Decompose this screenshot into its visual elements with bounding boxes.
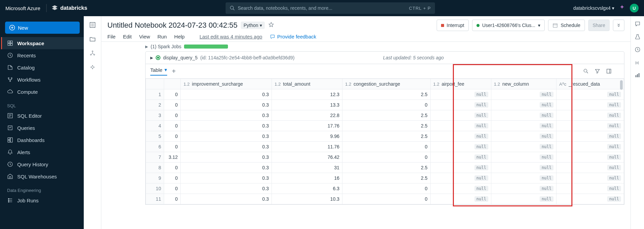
table-row[interactable]: 300.322.82.5nullnullnull: [146, 110, 624, 121]
sidebar-item-label: SQL Warehouses: [17, 174, 57, 179]
sidebar-item-workspace[interactable]: Workspace: [1, 37, 84, 49]
sidebar-item-sql-editor[interactable]: SQL Editor: [1, 110, 84, 122]
last-edit-info[interactable]: Last edit was 4 minutes ago: [200, 34, 262, 39]
expand-button[interactable]: [613, 20, 624, 31]
svg-point-18: [8, 200, 9, 201]
table-row[interactable]: 600.311.760nullnullnull: [146, 142, 624, 152]
column-header[interactable]: [164, 79, 180, 89]
chart-icon[interactable]: [635, 72, 641, 78]
status-running-icon: [156, 55, 160, 60]
sidebar-item-recents[interactable]: Recents: [1, 49, 84, 61]
sidebar-item-sql-warehouses[interactable]: SQL Warehouses: [1, 170, 84, 182]
column-header[interactable]: Aᴮc _rescued_data: [556, 79, 624, 89]
last-updated: Last updated: 5 seconds ago: [383, 55, 444, 60]
sidebar-item-query-history[interactable]: Query History: [1, 158, 84, 170]
share-button[interactable]: Share: [588, 20, 610, 31]
catalog-icon: [7, 64, 13, 70]
editor-icon: [7, 113, 13, 119]
search-placeholder: Search data, notebooks, recents, and mor…: [238, 5, 409, 11]
folder-icon[interactable]: [89, 36, 96, 42]
table-row[interactable]: 1100.310.30nullnullnull: [146, 194, 624, 204]
sidebar-item-compute[interactable]: Compute: [1, 86, 84, 98]
column-header[interactable]: 1.2 airport_fee: [430, 79, 491, 89]
workspace-icon: [7, 40, 13, 46]
svg-line-1: [233, 9, 234, 10]
column-header[interactable]: 1.2 new_column: [491, 79, 556, 89]
cloud-icon: [7, 89, 13, 95]
table-row[interactable]: 800.3312.5nullnullnull: [146, 163, 624, 173]
search-shortcut: CTRL + P: [409, 6, 431, 11]
svg-point-24: [92, 51, 93, 52]
search-icon[interactable]: [583, 68, 589, 74]
sidebar-item-label: Alerts: [17, 149, 30, 155]
feedback-link[interactable]: Provide feedback: [270, 34, 316, 39]
cluster-selector[interactable]: User1-42608766's Clus... ▾: [472, 20, 545, 31]
toc-icon[interactable]: [89, 22, 96, 28]
tab-table[interactable]: Table ▾: [150, 67, 167, 76]
table-tabs: Table ▾ +: [146, 64, 624, 79]
clock-icon: [7, 52, 13, 58]
svg-line-30: [587, 72, 588, 73]
comment-icon: [270, 34, 275, 39]
table-row[interactable]: 1000.36.30nullnullnull: [146, 183, 624, 194]
filter-icon[interactable]: [594, 68, 600, 74]
sidebar-item-dashboards[interactable]: Dashboards: [1, 134, 84, 146]
section-sql: SQL: [1, 98, 84, 110]
plus-circle-icon: [9, 25, 15, 31]
menu-help[interactable]: Help: [174, 34, 185, 39]
beaker-icon[interactable]: [635, 34, 641, 40]
menu-file[interactable]: File: [107, 34, 115, 39]
query-name: display_query_5: [163, 55, 198, 60]
table-row[interactable]: 100.312.32.5nullnullnull: [146, 89, 624, 100]
table-row[interactable]: 73.120.376.420nullnullnull: [146, 152, 624, 163]
table-row[interactable]: 500.39.962.5nullnullnull: [146, 131, 624, 142]
schedule-button[interactable]: Schedule: [548, 20, 585, 31]
history-icon[interactable]: [635, 47, 641, 53]
assistant-icon[interactable]: [619, 4, 625, 12]
table-row[interactable]: 200.313.30nullnullnull: [146, 100, 624, 110]
table-scrollbar[interactable]: [620, 80, 623, 90]
panel-icon[interactable]: [606, 68, 612, 74]
workflows-icon: [7, 77, 13, 83]
favorite-star[interactable]: [268, 22, 274, 29]
user-avatar[interactable]: U: [630, 4, 639, 12]
sidebar-item-queries[interactable]: Queries: [1, 122, 84, 134]
svg-rect-15: [8, 140, 10, 142]
svg-rect-5: [8, 44, 10, 46]
spark-jobs-row[interactable]: ▶ (1) Spark Jobs: [145, 42, 624, 51]
notebook-header: Untitled Notebook 2024-07-23 00:42:55 Py…: [101, 16, 630, 42]
sidebar-item-label: Catalog: [17, 65, 35, 70]
interrupt-button[interactable]: Interrupt: [437, 20, 469, 31]
sidebar-item-workflows[interactable]: Workflows: [1, 74, 84, 86]
azure-brand: Microsoft Azure: [5, 5, 40, 11]
sidebar-item-alerts[interactable]: Alerts: [1, 146, 84, 158]
sidebar-item-job-runs[interactable]: Job Runs: [1, 194, 84, 206]
language-selector[interactable]: Python ▾: [241, 22, 265, 29]
notebook-menu-row: FileEditViewRunHelp Last edit was 4 minu…: [107, 31, 624, 39]
comment-icon[interactable]: [635, 21, 641, 27]
table-row[interactable]: 900.3162.5nullnullnull: [146, 173, 624, 183]
column-header[interactable]: 1.2 improvement_surcharge: [181, 79, 272, 89]
sparkle-icon[interactable]: [89, 64, 96, 71]
databricks-logo[interactable]: databricks: [51, 5, 87, 11]
menu-edit[interactable]: Edit: [123, 34, 132, 39]
global-search[interactable]: Search data, notebooks, recents, and mor…: [226, 2, 435, 14]
column-header[interactable]: 1.2 total_amount: [272, 79, 342, 89]
add-tab-button[interactable]: +: [172, 67, 176, 75]
variable-icon[interactable]: {x}: [635, 59, 641, 65]
svg-rect-3: [8, 41, 10, 43]
svg-rect-37: [639, 73, 639, 77]
query-row[interactable]: ▶ display_query_5 (id: 114a25fc-2e54-4bb…: [145, 51, 624, 64]
menu-run[interactable]: Run: [157, 34, 167, 39]
schema-icon[interactable]: [89, 50, 96, 57]
table-row[interactable]: 400.317.762.5nullnullnull: [146, 121, 624, 131]
topbar-right: databrickscvslgx4 ▾ U: [573, 4, 639, 12]
new-button[interactable]: New: [5, 22, 80, 34]
sidebar-item-label: Workflows: [17, 77, 41, 83]
sidebar-item-catalog[interactable]: Catalog: [1, 61, 84, 74]
menu-view[interactable]: View: [139, 34, 150, 39]
notebook-title[interactable]: Untitled Notebook 2024-07-23 00:42:55: [107, 21, 237, 30]
column-header[interactable]: 1.2 congestion_surcharge: [342, 79, 431, 89]
workspace-switcher[interactable]: databrickscvslgx4 ▾: [573, 5, 614, 11]
product-name: databricks: [60, 5, 87, 11]
